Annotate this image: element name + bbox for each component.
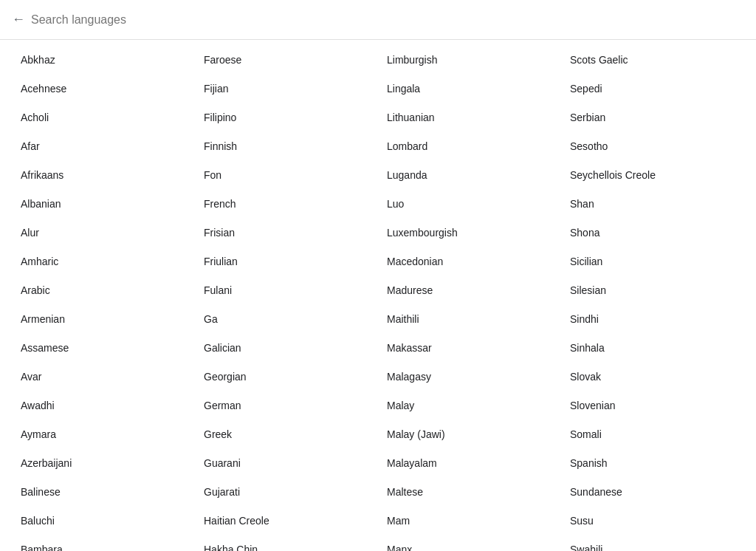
language-grid: AbkhazFaroeseLimburgishScots GaelicAcehn… <box>0 40 756 551</box>
language-item[interactable]: Alur <box>12 219 195 247</box>
language-item[interactable]: Georgian <box>195 363 378 391</box>
language-item[interactable]: Greek <box>195 420 378 449</box>
language-item[interactable]: Malayalam <box>378 449 561 478</box>
language-item[interactable]: Lithuanian <box>378 103 561 132</box>
language-item[interactable]: Sinhala <box>561 334 744 363</box>
language-item[interactable]: Silesian <box>561 276 744 305</box>
language-item[interactable]: Balinese <box>12 478 195 507</box>
language-item[interactable]: Slovenian <box>561 391 744 420</box>
language-item[interactable]: Arabic <box>12 276 195 305</box>
language-item[interactable]: Finnish <box>195 132 378 161</box>
language-item[interactable]: Aymara <box>12 420 195 449</box>
language-item[interactable]: Abkhaz <box>12 46 195 75</box>
language-item[interactable]: Guarani <box>195 449 378 478</box>
language-item[interactable]: Malagasy <box>378 363 561 391</box>
language-item[interactable]: Malay <box>378 391 561 420</box>
language-item[interactable]: Limburgish <box>378 46 561 75</box>
language-item[interactable]: Sindhi <box>561 305 744 334</box>
language-item[interactable]: Luganda <box>378 161 561 190</box>
language-item[interactable]: Faroese <box>195 46 378 75</box>
language-item[interactable]: Afrikaans <box>12 161 195 190</box>
language-item[interactable]: Awadhi <box>12 391 195 420</box>
language-item[interactable]: Lingala <box>378 75 561 103</box>
language-item[interactable]: Swahili <box>561 535 744 551</box>
language-item[interactable]: German <box>195 391 378 420</box>
language-item[interactable]: Maithili <box>378 305 561 334</box>
language-item[interactable]: Assamese <box>12 334 195 363</box>
language-item[interactable]: Susu <box>561 507 744 535</box>
header: ← <box>0 0 756 40</box>
language-item[interactable]: Shona <box>561 219 744 247</box>
back-button[interactable]: ← <box>12 9 31 30</box>
language-item[interactable]: Madurese <box>378 276 561 305</box>
language-item[interactable]: Bambara <box>12 535 195 551</box>
language-item[interactable]: Frisian <box>195 219 378 247</box>
search-input[interactable] <box>31 13 744 27</box>
language-item[interactable]: Filipino <box>195 103 378 132</box>
language-item[interactable]: Galician <box>195 334 378 363</box>
language-item[interactable]: Spanish <box>561 449 744 478</box>
language-item[interactable]: Afar <box>12 132 195 161</box>
language-item[interactable]: Avar <box>12 363 195 391</box>
language-item[interactable]: Sesotho <box>561 132 744 161</box>
language-item[interactable]: Serbian <box>561 103 744 132</box>
language-item[interactable]: Fijian <box>195 75 378 103</box>
language-item[interactable]: Fulani <box>195 276 378 305</box>
language-item[interactable]: Scots Gaelic <box>561 46 744 75</box>
language-item[interactable]: Malay (Jawi) <box>378 420 561 449</box>
language-item[interactable]: Slovak <box>561 363 744 391</box>
language-item[interactable]: Sepedi <box>561 75 744 103</box>
language-item[interactable]: Hakha Chin <box>195 535 378 551</box>
back-icon: ← <box>12 12 25 27</box>
language-item[interactable]: Somali <box>561 420 744 449</box>
language-item[interactable]: Shan <box>561 190 744 219</box>
language-item[interactable]: Sicilian <box>561 247 744 276</box>
language-item[interactable]: Acehnese <box>12 75 195 103</box>
language-item[interactable]: Maltese <box>378 478 561 507</box>
language-item[interactable]: Ga <box>195 305 378 334</box>
language-item[interactable]: Lombard <box>378 132 561 161</box>
language-item[interactable]: Mam <box>378 507 561 535</box>
language-item[interactable]: Albanian <box>12 190 195 219</box>
language-item[interactable]: Gujarati <box>195 478 378 507</box>
language-item[interactable]: Macedonian <box>378 247 561 276</box>
language-item[interactable]: Seychellois Creole <box>561 161 744 190</box>
language-item[interactable]: Acholi <box>12 103 195 132</box>
language-item[interactable]: Fon <box>195 161 378 190</box>
language-item[interactable]: French <box>195 190 378 219</box>
language-item[interactable]: Luo <box>378 190 561 219</box>
language-item[interactable]: Azerbaijani <box>12 449 195 478</box>
language-item[interactable]: Armenian <box>12 305 195 334</box>
language-item[interactable]: Baluchi <box>12 507 195 535</box>
language-item[interactable]: Sundanese <box>561 478 744 507</box>
language-item[interactable]: Manx <box>378 535 561 551</box>
language-item[interactable]: Amharic <box>12 247 195 276</box>
language-item[interactable]: Friulian <box>195 247 378 276</box>
language-item[interactable]: Luxembourgish <box>378 219 561 247</box>
language-item[interactable]: Haitian Creole <box>195 507 378 535</box>
language-item[interactable]: Makassar <box>378 334 561 363</box>
